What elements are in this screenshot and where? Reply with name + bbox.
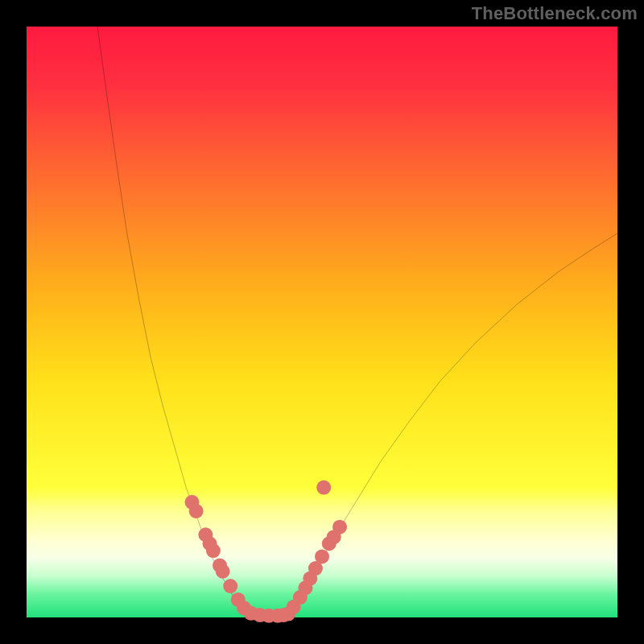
data-marker — [332, 520, 347, 535]
data-marker — [206, 543, 221, 558]
data-marker — [315, 549, 329, 564]
data-marker — [316, 481, 331, 495]
curve-right-branch — [287, 233, 617, 614]
watermark-text: TheBottleneck.com — [472, 3, 638, 24]
data-marker — [189, 504, 204, 518]
curve-left-branch — [97, 27, 251, 614]
chart-frame: TheBottleneck.com — [0, 0, 644, 644]
data-marker — [223, 579, 237, 593]
chart-svg — [27, 27, 617, 617]
data-marker — [216, 564, 230, 579]
